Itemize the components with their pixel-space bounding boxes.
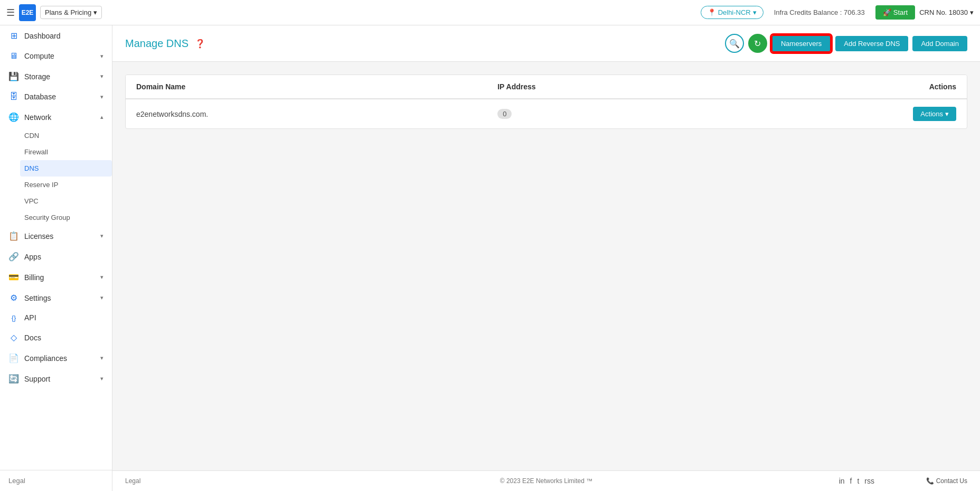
rss-icon[interactable]: rss — [864, 477, 874, 485]
sidebar-item-label: Settings — [24, 294, 51, 302]
start-button[interactable]: 🚀 Start — [875, 5, 915, 20]
sidebar-item-label: Database — [24, 92, 56, 101]
network-submenu: CDN Firewall DNS Reserve IP VPC Security… — [0, 127, 112, 226]
sidebar-item-api[interactable]: {} API — [0, 308, 112, 327]
search-button[interactable]: 🔍 — [725, 34, 744, 53]
dns-table-card: Domain Name IP Address Actions e2enetwor… — [125, 75, 967, 129]
compliances-icon: 📄 — [8, 353, 19, 363]
crn-dropdown[interactable]: CRN No. 18030 ▾ — [919, 8, 974, 16]
sidebar-item-database[interactable]: 🗄 Database ▾ — [0, 87, 112, 107]
chevron-down-icon: ▾ — [100, 53, 103, 60]
region-label: Delhi-NCR — [718, 8, 751, 16]
help-icon[interactable]: ❓ — [195, 39, 205, 49]
actions-label: Actions — [920, 110, 943, 118]
top-navigation: ☰ E2E Plans & Pricing ▾ 📍 Delhi-NCR ▾ In… — [0, 0, 980, 25]
sidebar-item-support[interactable]: 🔄 Support ▾ — [0, 368, 112, 389]
dashboard-icon: ⊞ — [8, 31, 19, 41]
start-label: Start — [893, 8, 908, 16]
legal-link[interactable]: Legal — [0, 470, 112, 491]
twitter-icon[interactable]: t — [857, 477, 859, 485]
main-content: Manage DNS ❓ 🔍 ↻ Nameservers Add Reverse… — [112, 25, 980, 491]
refresh-icon: ↻ — [754, 39, 761, 49]
domain-name-cell: e2enetworksdns.com. — [126, 99, 487, 128]
chevron-down-icon: ▾ — [100, 375, 103, 382]
sidebar-item-security-group[interactable]: Security Group — [24, 209, 112, 226]
licenses-icon: 📋 — [8, 231, 19, 241]
sidebar-item-label: Support — [24, 375, 50, 383]
footer-legal: Legal — [125, 477, 140, 485]
chevron-down-icon: ▾ — [100, 355, 103, 362]
actions-dropdown-button[interactable]: Actions ▾ — [913, 107, 956, 121]
footer-copyright: © 2023 E2E Networks Limited ™ — [500, 477, 593, 485]
actions-cell: Actions ▾ — [718, 99, 967, 128]
billing-icon: 💳 — [8, 272, 19, 282]
sidebar-item-dashboard[interactable]: ⊞ Dashboard — [0, 25, 112, 46]
plans-pricing-dropdown[interactable]: Plans & Pricing ▾ — [40, 6, 102, 19]
add-reverse-dns-button[interactable]: Add Reverse DNS — [835, 36, 908, 51]
contact-label: Contact Us — [936, 477, 967, 485]
column-ip-address: IP Address — [487, 75, 717, 99]
sidebar-item-label: API — [24, 313, 36, 322]
rocket-icon: 🚀 — [883, 8, 891, 16]
sidebar-item-label: Licenses — [24, 232, 53, 240]
apps-icon: 🔗 — [8, 252, 19, 262]
sidebar-item-compliances[interactable]: 📄 Compliances ▾ — [0, 348, 112, 368]
chevron-up-icon: ▴ — [100, 114, 103, 121]
sidebar-item-settings[interactable]: ⚙ Settings ▾ — [0, 288, 112, 308]
sidebar-item-label: Billing — [24, 273, 44, 282]
credits-balance: Infra Credits Balance : 706.33 — [774, 8, 865, 16]
chevron-down-icon: ▾ — [93, 8, 97, 16]
sidebar-item-label: Compliances — [24, 354, 67, 363]
sidebar-item-docs[interactable]: ◇ Docs — [0, 327, 112, 348]
page-title: Manage DNS — [125, 38, 189, 50]
sidebar-item-licenses[interactable]: 📋 Licenses ▾ — [0, 226, 112, 246]
sidebar-item-network[interactable]: 🌐 Network ▴ — [0, 107, 112, 127]
chevron-down-icon: ▾ — [100, 233, 103, 239]
header-actions: 🔍 ↻ Nameservers Add Reverse DNS Add Doma… — [725, 34, 967, 53]
sidebar: ⊞ Dashboard 🖥 Compute ▾ 💾 Storage ▾ 🗄 Da… — [0, 25, 112, 491]
social-links: in f t rss — [839, 477, 874, 485]
dns-table: Domain Name IP Address Actions e2enetwor… — [126, 75, 967, 128]
sidebar-item-firewall[interactable]: Firewall — [24, 144, 112, 160]
page-footer: Legal © 2023 E2E Networks Limited ™ in f… — [112, 470, 980, 491]
plans-label: Plans & Pricing — [45, 8, 91, 16]
crn-label: CRN No. 18030 — [919, 8, 968, 16]
database-icon: 🗄 — [8, 92, 19, 101]
compute-icon: 🖥 — [8, 51, 19, 61]
phone-icon: 📞 — [926, 477, 934, 485]
nameservers-button[interactable]: Nameservers — [771, 35, 831, 52]
sidebar-item-compute[interactable]: 🖥 Compute ▾ — [0, 46, 112, 66]
chevron-down-icon: ▾ — [753, 8, 757, 16]
chevron-down-icon: ▾ — [100, 274, 103, 281]
refresh-button[interactable]: ↻ — [748, 34, 767, 53]
dns-table-area: Domain Name IP Address Actions e2enetwor… — [112, 62, 980, 470]
region-selector[interactable]: 📍 Delhi-NCR ▾ — [701, 6, 764, 19]
docs-icon: ◇ — [8, 332, 19, 342]
api-icon: {} — [8, 314, 19, 322]
network-icon: 🌐 — [8, 112, 19, 122]
linkedin-icon[interactable]: in — [839, 477, 845, 485]
sidebar-item-label: Docs — [24, 333, 41, 342]
column-actions: Actions — [718, 75, 967, 99]
sidebar-item-label: Network — [24, 113, 51, 122]
contact-us-link[interactable]: 📞 Contact Us — [926, 477, 967, 485]
sidebar-item-dns[interactable]: DNS — [20, 160, 112, 177]
ip-badge: 0 — [497, 109, 512, 119]
sidebar-item-reserve-ip[interactable]: Reserve IP — [24, 177, 112, 193]
sidebar-item-cdn[interactable]: CDN — [24, 127, 112, 144]
location-pin-icon: 📍 — [708, 8, 716, 16]
storage-icon: 💾 — [8, 71, 19, 81]
settings-icon: ⚙ — [8, 293, 19, 303]
sidebar-item-storage[interactable]: 💾 Storage ▾ — [0, 66, 112, 87]
sidebar-item-vpc[interactable]: VPC — [24, 193, 112, 209]
hamburger-menu-icon[interactable]: ☰ — [6, 7, 15, 18]
sidebar-item-apps[interactable]: 🔗 Apps — [0, 246, 112, 267]
chevron-down-icon: ▾ — [945, 110, 949, 118]
chevron-down-icon: ▾ — [100, 94, 103, 100]
app-logo: E2E — [19, 4, 36, 21]
sidebar-item-billing[interactable]: 💳 Billing ▾ — [0, 267, 112, 288]
add-domain-button[interactable]: Add Domain — [912, 36, 967, 51]
sidebar-item-label: Compute — [24, 52, 54, 60]
ip-address-cell: 0 — [487, 99, 717, 128]
facebook-icon[interactable]: f — [850, 477, 852, 485]
